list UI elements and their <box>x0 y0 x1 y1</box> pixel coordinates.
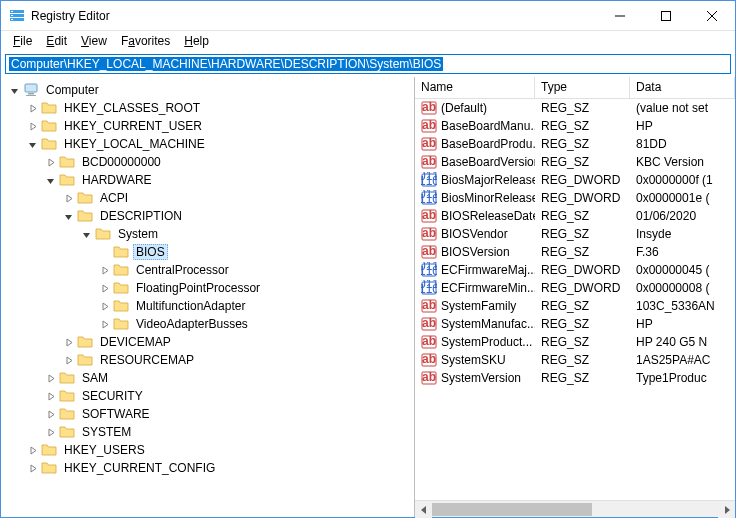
expand-toggle-icon[interactable] <box>25 119 39 133</box>
tree-item-label: SYSTEM <box>79 424 134 440</box>
h-scroll-left[interactable] <box>415 501 432 518</box>
tree-item[interactable]: ACPI <box>1 189 414 207</box>
value-row[interactable]: 011110BiosMinorReleaseREG_DWORD0x0000001… <box>415 189 735 207</box>
svg-text:ab: ab <box>422 334 436 348</box>
expand-toggle-icon[interactable] <box>43 425 57 439</box>
binary-value-icon: 011110 <box>421 190 437 206</box>
expand-toggle-icon[interactable] <box>43 407 57 421</box>
h-scroll-right[interactable] <box>718 501 735 518</box>
expand-toggle-icon[interactable] <box>61 191 75 205</box>
tree-item[interactable]: Computer <box>1 81 414 99</box>
value-row[interactable]: 011110ECFirmwareMin...REG_DWORD0x0000000… <box>415 279 735 297</box>
expand-toggle-icon[interactable] <box>25 461 39 475</box>
tree-item-label: HKEY_CURRENT_USER <box>61 118 205 134</box>
close-button[interactable] <box>689 1 735 30</box>
value-data-cell: 01/06/2020 <box>630 209 735 223</box>
col-name[interactable]: Name <box>415 77 535 98</box>
value-type-cell: REG_SZ <box>535 137 630 151</box>
tree-item[interactable]: SAM <box>1 369 414 387</box>
tree-item[interactable]: HKEY_USERS <box>1 441 414 459</box>
menu-view[interactable]: View <box>75 32 113 50</box>
tree-item[interactable]: MultifunctionAdapter <box>1 297 414 315</box>
string-value-icon: ab <box>421 100 437 116</box>
value-row[interactable]: abSystemManufac...REG_SZHP <box>415 315 735 333</box>
tree-item[interactable]: HKEY_CURRENT_USER <box>1 117 414 135</box>
collapse-toggle-icon[interactable] <box>43 173 57 187</box>
list-header: Name Type Data <box>415 77 735 99</box>
body-panes: ComputerHKEY_CLASSES_ROOTHKEY_CURRENT_US… <box>1 77 735 517</box>
menu-favorites[interactable]: Favorites <box>115 32 176 50</box>
tree-item[interactable]: SOFTWARE <box>1 405 414 423</box>
col-data[interactable]: Data <box>630 77 735 98</box>
tree-item-label: FloatingPointProcessor <box>133 280 263 296</box>
value-row[interactable]: abSystemVersionREG_SZType1Produc <box>415 369 735 387</box>
tree-item[interactable]: HKEY_CLASSES_ROOT <box>1 99 414 117</box>
expand-toggle-icon[interactable] <box>61 353 75 367</box>
tree-item[interactable]: SECURITY <box>1 387 414 405</box>
value-name-cell: 011110BiosMinorRelease <box>415 190 535 206</box>
collapse-toggle-icon[interactable] <box>79 227 93 241</box>
h-scrollbar[interactable] <box>415 500 735 517</box>
registry-editor-window: Registry Editor File Edit View Favorites… <box>0 0 736 518</box>
tree-item[interactable]: HKEY_LOCAL_MACHINE <box>1 135 414 153</box>
value-row[interactable]: 011110BiosMajorReleaseREG_DWORD0x0000000… <box>415 171 735 189</box>
minimize-button[interactable] <box>597 1 643 30</box>
expand-toggle-icon[interactable] <box>97 299 111 313</box>
value-row[interactable]: ab(Default)REG_SZ(value not set <box>415 99 735 117</box>
h-scroll-thumb[interactable] <box>432 503 592 516</box>
expand-toggle-icon[interactable] <box>25 443 39 457</box>
value-type-cell: REG_SZ <box>535 227 630 241</box>
value-row[interactable]: abBaseBoardProdu...REG_SZ81DD <box>415 135 735 153</box>
menu-help[interactable]: Help <box>178 32 215 50</box>
svg-text:ab: ab <box>422 154 436 168</box>
expand-toggle-icon[interactable] <box>97 263 111 277</box>
tree-item[interactable]: SYSTEM <box>1 423 414 441</box>
value-data-cell: Type1Produc <box>630 371 735 385</box>
maximize-button[interactable] <box>643 1 689 30</box>
computer-icon <box>23 82 39 98</box>
tree-item[interactable]: DESCRIPTION <box>1 207 414 225</box>
value-row[interactable]: abBaseBoardVersionREG_SZKBC Version <box>415 153 735 171</box>
tree-item[interactable]: DEVICEMAP <box>1 333 414 351</box>
value-row[interactable]: abSystemFamilyREG_SZ103C_5336AN <box>415 297 735 315</box>
collapse-toggle-icon[interactable] <box>61 209 75 223</box>
tree-item[interactable]: System <box>1 225 414 243</box>
value-row[interactable]: abSystemProduct...REG_SZHP 240 G5 N <box>415 333 735 351</box>
tree-item[interactable]: HKEY_CURRENT_CONFIG <box>1 459 414 477</box>
string-value-icon: ab <box>421 352 437 368</box>
tree-item[interactable]: VideoAdapterBusses <box>1 315 414 333</box>
expand-toggle-icon[interactable] <box>43 155 57 169</box>
collapse-toggle-icon[interactable] <box>7 83 21 97</box>
tree-item[interactable]: BCD00000000 <box>1 153 414 171</box>
value-row[interactable]: 011110ECFirmwareMaj...REG_DWORD0x0000004… <box>415 261 735 279</box>
value-data-cell: HP <box>630 317 735 331</box>
tree-item-label: DEVICEMAP <box>97 334 174 350</box>
value-row[interactable]: abBIOSVendorREG_SZInsyde <box>415 225 735 243</box>
tree-item-label: System <box>115 226 161 242</box>
collapse-toggle-icon[interactable] <box>25 137 39 151</box>
expand-toggle-icon[interactable] <box>61 335 75 349</box>
tree-item[interactable]: BIOS <box>1 243 414 261</box>
expand-toggle-icon[interactable] <box>97 317 111 331</box>
expand-toggle-icon[interactable] <box>97 281 111 295</box>
tree-item[interactable]: FloatingPointProcessor <box>1 279 414 297</box>
value-row[interactable]: abBIOSVersionREG_SZF.36 <box>415 243 735 261</box>
svg-text:ab: ab <box>422 118 436 132</box>
menu-edit[interactable]: Edit <box>40 32 73 50</box>
list-body[interactable]: ab(Default)REG_SZ(value not setabBaseBoa… <box>415 99 735 500</box>
tree-pane[interactable]: ComputerHKEY_CLASSES_ROOTHKEY_CURRENT_US… <box>1 77 415 517</box>
expand-toggle-icon[interactable] <box>43 371 57 385</box>
folder-icon <box>41 100 57 116</box>
address-input[interactable]: Computer\HKEY_LOCAL_MACHINE\HARDWARE\DES… <box>5 54 731 74</box>
tree-item[interactable]: RESOURCEMAP <box>1 351 414 369</box>
tree-item[interactable]: HARDWARE <box>1 171 414 189</box>
tree-item-label: SECURITY <box>79 388 146 404</box>
expand-toggle-icon[interactable] <box>43 389 57 403</box>
value-row[interactable]: abBIOSReleaseDateREG_SZ01/06/2020 <box>415 207 735 225</box>
expand-toggle-icon[interactable] <box>25 101 39 115</box>
col-type[interactable]: Type <box>535 77 630 98</box>
value-row[interactable]: abSystemSKUREG_SZ1AS25PA#AC <box>415 351 735 369</box>
menu-file[interactable]: File <box>7 32 38 50</box>
value-row[interactable]: abBaseBoardManu...REG_SZHP <box>415 117 735 135</box>
tree-item[interactable]: CentralProcessor <box>1 261 414 279</box>
